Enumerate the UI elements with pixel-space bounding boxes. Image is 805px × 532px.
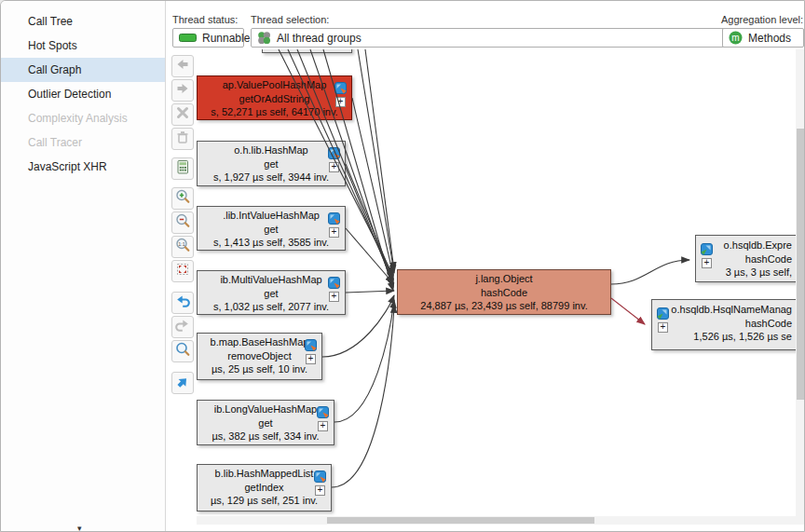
graph-node-intvaluehashmap-get[interactable]: .lib.IntValueHashMapgets, 1,413 µs self,… [197, 206, 346, 251]
node-text-line: hashCode [724, 252, 792, 266]
call-graph-canvas[interactable]: ap.ValuePoolHashMapgetOrAddStrings, 52,2… [197, 49, 796, 516]
expand-callees-icon[interactable] [657, 307, 669, 320]
expand-callers-icon[interactable] [328, 212, 340, 225]
node-text-line: getIndex [198, 481, 331, 495]
svg-text:m: m [731, 33, 739, 43]
toolbar-button-back [171, 55, 194, 77]
node-text-line: o.hsqldb.HsqlNameManag [671, 303, 792, 317]
expand-callers-icon[interactable] [328, 277, 340, 289]
node-text: .lib.IntValueHashMapgets, 1,413 µs self,… [198, 209, 345, 250]
sidebar-item-label: Complexity Analysis [28, 112, 128, 125]
thread-groups-icon [257, 31, 271, 45]
sidebar-item-hot-spots[interactable]: Hot Spots [1, 34, 165, 58]
toolbar-button-remove [171, 103, 194, 126]
sidebar-item-label: Call Tracer [28, 136, 82, 149]
expand-callers-icon[interactable] [328, 147, 340, 159]
graph-node-longvaluehashmap-get[interactable]: ib.LongValueHashMapgetµs, 382 µs self, 3… [197, 400, 334, 445]
node-text: j.lang.ObjecthashCode24,887 µs, 23,439 µ… [398, 272, 610, 313]
toolbar-button-find[interactable] [171, 340, 194, 362]
sidebar-item-complexity-analysis: Complexity Analysis [1, 106, 165, 130]
expand-plus-button[interactable]: + [658, 322, 668, 333]
expand-callers-icon[interactable] [334, 82, 347, 94]
node-text-line: 24,887 µs, 23,439 µs self, 88799 inv. [398, 299, 610, 313]
toolbar-button-forward [171, 79, 194, 102]
thread-status-label: Thread status: [172, 14, 238, 25]
delete-icon [174, 129, 191, 149]
toolbar-button-zoom-in[interactable] [171, 187, 194, 210]
node-text-line: j.lang.Object [398, 272, 610, 286]
toolbar-button-calculator[interactable] [171, 157, 194, 180]
sidebar-item-label: Call Tree [28, 15, 73, 28]
expand-plus-button[interactable]: + [306, 354, 316, 364]
graph-node-object-hashcode[interactable]: j.lang.ObjecthashCode24,887 µs, 23,439 µ… [397, 269, 611, 315]
aggregation-level-select[interactable]: m Methods [722, 28, 804, 48]
node-text-line: hashCode [398, 286, 610, 300]
node-text-line: s, 52,271 µs self, 64170 inv. [198, 105, 351, 119]
toolbar-button-redo [171, 316, 194, 338]
expand-plus-button[interactable]: + [318, 421, 328, 431]
expand-plus-button[interactable]: + [335, 97, 346, 107]
toolbar-button-delete [171, 128, 194, 150]
toolbar-button-undo[interactable] [171, 292, 194, 314]
graph-node-hashmappedlist-getindex[interactable]: b.lib.HashMappedListgetIndexµs, 129 µs s… [197, 464, 332, 512]
expand-plus-button[interactable]: + [315, 485, 325, 496]
sidebar-item-call-tree[interactable]: Call Tree [1, 9, 165, 34]
thread-selection-select[interactable]: All thread groups [251, 28, 726, 48]
zoom-in-icon [174, 188, 191, 209]
fit-content-icon [174, 261, 191, 281]
sidebar-more-indicator[interactable]: ▾ [77, 524, 82, 532]
node-text-line: getOrAddString [198, 92, 351, 106]
node-text-line: get [198, 223, 345, 237]
node-text-line: get [198, 287, 345, 301]
node-text: o.h.lib.HashMapgets, 1,927 µs self, 3944… [198, 143, 345, 184]
toolbar-button-zoom-actual[interactable]: 1:1 [171, 236, 194, 258]
sidebar-item-label: Call Graph [28, 63, 81, 76]
graph-node-hashmap-get[interactable]: o.h.lib.HashMapgets, 1,927 µs self, 3944… [197, 141, 346, 186]
node-text-line: get [198, 157, 345, 171]
thread-selection-label: Thread selection: [251, 14, 329, 25]
expand-plus-button[interactable]: + [329, 162, 339, 172]
expand-callees-icon[interactable] [701, 243, 713, 255]
expand-callers-icon[interactable] [317, 406, 329, 418]
toolbar-button-export[interactable] [171, 372, 194, 394]
thread-selection-value: All thread groups [277, 32, 362, 45]
vertical-scrollbar[interactable] [796, 49, 805, 516]
node-text-line: o.h.lib.HashMap [198, 143, 345, 157]
aggregation-level-value: Methods [748, 32, 791, 45]
horizontal-scrollbar[interactable] [197, 516, 805, 525]
graph-node-valuepoolhashmap[interactable]: ap.ValuePoolHashMapgetOrAddStrings, 52,2… [197, 75, 352, 120]
node-text-line: ib.MultiValueHashMap [198, 273, 345, 287]
expand-plus-button[interactable]: + [329, 227, 339, 238]
expand-callers-icon[interactable] [314, 471, 326, 483]
node-text: o.hsqldb.HsqlNameManaghashCode1,526 µs, … [671, 303, 792, 344]
sidebar-item-label: JavaScript XHR [28, 160, 107, 173]
node-text-line: µs, 129 µs self, 251 inv. [198, 494, 331, 508]
thread-status-select[interactable]: Runnable [172, 28, 244, 48]
graph-node-multivaluehashmap-get[interactable]: ib.MultiValueHashMapgets, 1,032 µs self,… [197, 270, 346, 315]
graph-node-hsqlnamemanager-hashcode[interactable]: o.hsqldb.HsqlNameManaghashCode1,526 µs, … [651, 299, 796, 350]
toolbar-button-fit-content[interactable] [171, 260, 194, 282]
toolbar-button-zoom-out[interactable] [171, 211, 194, 234]
node-text: ap.ValuePoolHashMapgetOrAddStrings, 52,2… [198, 78, 351, 119]
expand-callers-icon[interactable] [305, 339, 317, 351]
expand-plus-button[interactable]: + [702, 258, 712, 268]
vertical-scrollbar-thumb[interactable] [797, 129, 805, 400]
sidebar-item-outlier-detection[interactable]: Outlier Detection [1, 82, 165, 106]
node-text-line: µs, 382 µs self, 334 inv. [198, 430, 334, 443]
jprofiler-window: TelemetriesLive MemoryHeap WalkerCPU Vie… [0, 0, 805, 532]
calculator-icon [174, 158, 191, 179]
remove-icon [174, 104, 191, 125]
back-icon [174, 56, 191, 76]
graph-node-clipped-top-node[interactable] [262, 49, 352, 53]
horizontal-scrollbar-thumb[interactable] [327, 517, 594, 524]
sidebar-item-javascript-xhr[interactable]: JavaScript XHR [1, 155, 165, 179]
sidebar-item-call-graph[interactable]: Call Graph [1, 58, 165, 82]
expand-plus-button[interactable]: + [329, 292, 339, 302]
node-text: ib.MultiValueHashMapgets, 1,032 µs self,… [198, 273, 345, 314]
sidebar: TelemetriesLive MemoryHeap WalkerCPU Vie… [1, 1, 166, 532]
view-settings-toolbar: Thread status: Thread selection: Aggrega… [167, 1, 805, 49]
sidebar-item-label: Outlier Detection [28, 88, 111, 101]
graph-node-expression-hashcode[interactable]: o.hsqldb.ExprehashCode3 µs, 3 µs self,+ [695, 235, 796, 282]
graph-node-basehashmap-removeobject[interactable]: b.map.BaseHashMapremoveObjectµs, 25 µs s… [197, 333, 322, 380]
methods-aggregation-icon: m [729, 31, 743, 45]
